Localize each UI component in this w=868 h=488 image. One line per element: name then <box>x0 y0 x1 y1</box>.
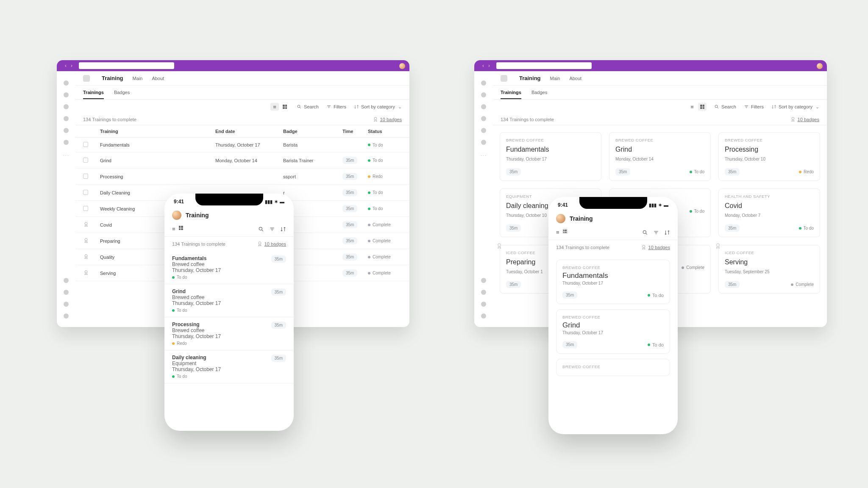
filters-tool[interactable]: Filters <box>744 104 764 109</box>
badges-link[interactable]: 10 badges <box>373 116 402 122</box>
phone-header: Training <box>548 208 678 227</box>
rail-item[interactable] <box>64 92 69 97</box>
badge-icon <box>641 244 647 250</box>
tab-badges[interactable]: Badges <box>531 90 547 99</box>
tab-badges[interactable]: Badges <box>114 90 130 99</box>
search-icon[interactable] <box>258 226 264 232</box>
list-icon[interactable] <box>556 229 559 236</box>
rail-item[interactable] <box>481 128 486 133</box>
nav-main[interactable]: Main <box>133 76 143 81</box>
rail-more[interactable]: ··· <box>63 152 70 158</box>
rail-item[interactable] <box>481 302 486 307</box>
rail-item[interactable] <box>481 313 486 319</box>
nav-back-icon[interactable]: ‹ <box>480 63 486 69</box>
status-label: Complete <box>373 238 391 243</box>
status-label: Complete <box>796 282 814 287</box>
sort-tool[interactable]: Sort by category <box>771 104 819 110</box>
search-tool[interactable]: Search <box>297 104 319 109</box>
training-card[interactable]: Brewed Coffee Processing Thursday, Octob… <box>718 132 820 181</box>
phone-badges-link[interactable]: 10 badges <box>257 241 286 247</box>
search-icon[interactable] <box>642 230 648 236</box>
rail-item[interactable] <box>64 80 69 86</box>
avatar[interactable] <box>172 211 181 220</box>
view-grid-button[interactable] <box>281 103 289 111</box>
doc-icon <box>83 206 88 211</box>
rail-item[interactable] <box>64 302 69 307</box>
rail-item[interactable] <box>64 278 69 283</box>
profile-avatar[interactable] <box>817 63 823 69</box>
avatar[interactable] <box>556 214 565 223</box>
tab-trainings[interactable]: Trainings <box>501 90 521 99</box>
rail-item[interactable] <box>64 104 69 109</box>
sort-icon[interactable] <box>280 226 286 232</box>
rail-item[interactable] <box>64 140 69 145</box>
wifi-icon: ✶ <box>658 202 662 208</box>
rail-item[interactable] <box>481 92 486 97</box>
nav-about[interactable]: About <box>569 76 581 81</box>
row-badge: Barista Trainer <box>283 158 342 163</box>
phone-list: Fundamentals Brewed coffee Thursday, Oct… <box>164 251 294 383</box>
badges-link[interactable]: 10 badges <box>790 116 819 122</box>
phone-card[interactable]: Brewed Coffee Grind Thursday, October 17… <box>556 309 670 354</box>
rail-item[interactable] <box>481 80 486 86</box>
card-title: Fundamentals <box>562 272 664 280</box>
filters-tool[interactable]: Filters <box>326 104 346 109</box>
sort-icon[interactable] <box>664 230 670 236</box>
rail-item[interactable] <box>64 116 69 121</box>
phone-card[interactable]: Brewed Coffee Fundamentals Thursday, Oct… <box>556 260 670 304</box>
svg-line-1 <box>300 108 301 109</box>
training-card[interactable]: Iced Coffee Serving Tuesday, September 2… <box>718 245 820 294</box>
rail-item[interactable] <box>64 290 69 295</box>
time-pill: 35m <box>271 355 286 362</box>
training-card[interactable]: Brewed Coffee Fundamentals Thursday, Oct… <box>500 132 601 181</box>
nav-back-icon[interactable]: ‹ <box>63 63 69 69</box>
rail-item[interactable] <box>64 313 69 319</box>
nav-fwd-icon[interactable]: › <box>486 63 492 69</box>
profile-avatar[interactable] <box>399 63 405 69</box>
phone-list-item[interactable]: Processing Brewed coffee Thursday, Octob… <box>164 317 294 350</box>
list-icon[interactable] <box>172 226 175 232</box>
item-subtitle: Equipment <box>172 360 286 366</box>
status-label: To do <box>373 190 383 195</box>
view-list-button[interactable] <box>270 103 279 111</box>
rail-item[interactable] <box>481 290 486 295</box>
nav-fwd-icon[interactable]: › <box>69 63 75 69</box>
url-bar[interactable] <box>79 62 174 69</box>
sort-tool[interactable]: Sort by category <box>354 104 402 110</box>
table-row[interactable]: Grind Monday, October 14 Barista Trainer… <box>75 152 409 169</box>
rail-item[interactable] <box>481 104 486 109</box>
view-list-button[interactable] <box>688 103 696 111</box>
app-header: Training Main About <box>75 71 409 86</box>
filter-icon[interactable] <box>653 230 659 236</box>
grid-icon[interactable] <box>563 229 567 233</box>
rail-item[interactable] <box>64 128 69 133</box>
table-row[interactable]: Fundamentals Thursday, October 17 Barist… <box>75 138 409 152</box>
rail-item[interactable] <box>481 140 486 145</box>
rail-more[interactable]: ··· <box>481 152 487 158</box>
search-tool[interactable]: Search <box>714 104 736 109</box>
row-date: Thursday, October 17 <box>215 142 283 147</box>
card-title: Grind <box>615 146 704 153</box>
table-row[interactable]: Processing ssport 35m Redo <box>75 169 409 185</box>
nav-main[interactable]: Main <box>550 76 560 81</box>
nav-about[interactable]: About <box>152 76 164 81</box>
phone-list-item[interactable]: Fundamentals Brewed coffee Thursday, Oct… <box>164 251 294 284</box>
training-card[interactable]: Health and Safety Covid Monday, October … <box>718 189 820 237</box>
phone-list-item[interactable]: Daily cleaning Equipment Thursday, Octob… <box>164 350 294 383</box>
phone-card[interactable]: Brewed Coffee <box>556 359 670 376</box>
filter-icon <box>326 104 331 109</box>
card-title: Fundamentals <box>506 146 595 153</box>
svg-point-10 <box>715 105 718 108</box>
svg-line-19 <box>262 230 263 231</box>
view-grid-button[interactable] <box>698 103 707 111</box>
grid-icon[interactable] <box>179 226 183 230</box>
url-bar[interactable] <box>496 62 592 69</box>
training-card[interactable]: Brewed Coffee Grind Monday, October 14 3… <box>609 132 711 181</box>
phone-list-item[interactable]: Grind Brewed coffee Thursday, October 17… <box>164 284 294 317</box>
phone-badges-link[interactable]: 10 badges <box>641 244 670 250</box>
filter-icon[interactable] <box>269 226 275 232</box>
rail-item[interactable] <box>481 278 486 283</box>
summary-bar: 134 Trainings to complete 10 badges <box>493 114 827 125</box>
rail-item[interactable] <box>481 116 486 121</box>
tab-trainings[interactable]: Trainings <box>83 90 104 99</box>
